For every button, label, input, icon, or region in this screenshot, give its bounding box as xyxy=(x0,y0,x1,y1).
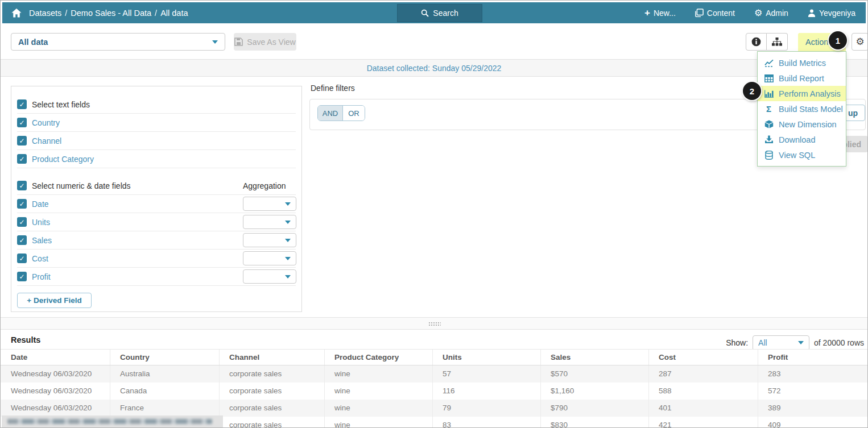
units-field-link[interactable]: Units xyxy=(32,218,50,227)
panel-splitter[interactable] xyxy=(1,317,867,330)
sales-checkbox[interactable] xyxy=(17,235,27,245)
table-row: Wednesday 06/03/2020 Australia corporate… xyxy=(1,365,868,383)
settings-button[interactable]: ⚙ xyxy=(852,33,868,51)
menu-item-download[interactable]: Download xyxy=(758,132,846,147)
breadcrumb-datasets[interactable]: Datasets xyxy=(29,9,61,18)
chevron-down-icon xyxy=(285,221,291,224)
column-header-channel[interactable]: Channel xyxy=(220,350,325,365)
aggregation-select-profit[interactable] xyxy=(243,269,296,284)
cell-date: Wednesday 06/03/2020 xyxy=(1,400,110,417)
cell-product-category: wine xyxy=(325,383,433,400)
search-button[interactable]: Search xyxy=(397,4,482,22)
blurred-url-text xyxy=(7,419,212,424)
cell-cost: 401 xyxy=(649,400,758,417)
and-toggle[interactable]: AND xyxy=(318,106,342,120)
home-button[interactable] xyxy=(2,9,29,18)
cell-sales: $570 xyxy=(541,365,649,383)
country-checkbox[interactable] xyxy=(17,118,27,127)
select-all-numeric-fields-checkbox[interactable] xyxy=(17,181,27,190)
cell-product-category: wine xyxy=(325,365,433,383)
menu-item-build-stats-model[interactable]: Σ Build Stats Model xyxy=(758,101,846,117)
aggregation-select-cost[interactable] xyxy=(243,251,296,265)
cell-product-category: wine xyxy=(325,400,433,417)
splitter-drag-handle-icon[interactable] xyxy=(428,322,441,326)
menu-item-build-metrics[interactable]: Build Metrics xyxy=(758,55,846,70)
cell-profit: 572 xyxy=(758,383,868,400)
cell-channel: corporate sales xyxy=(220,400,325,417)
cell-sales: $1,160 xyxy=(541,383,649,400)
country-field-link[interactable]: Country xyxy=(32,118,60,127)
chevron-down-icon xyxy=(285,202,291,206)
aggregation-select-date[interactable] xyxy=(243,197,296,211)
user-menu[interactable]: Yevgeniya xyxy=(808,9,855,18)
lineage-button[interactable] xyxy=(767,33,788,51)
or-toggle[interactable]: OR xyxy=(342,106,365,120)
cell-profit: 409 xyxy=(758,417,868,428)
admin-menu[interactable]: ⚙ Admin xyxy=(754,9,788,18)
column-header-product-category[interactable]: Product Category xyxy=(325,350,433,365)
cost-field-link[interactable]: Cost xyxy=(32,254,48,263)
select-all-text-fields-checkbox[interactable] xyxy=(17,99,27,109)
column-header-profit[interactable]: Profit xyxy=(758,350,868,365)
annotation-step-1: 1 xyxy=(829,31,847,49)
navbar-right-menu: + New... Content ⚙ Admin Yevgeniya xyxy=(644,9,866,18)
cell-sales: $790 xyxy=(541,400,649,417)
plus-icon: + xyxy=(644,9,650,17)
derived-field-button[interactable]: + Derived Field xyxy=(17,293,92,308)
profit-field-link[interactable]: Profit xyxy=(32,272,51,281)
menu-item-perform-analysis[interactable]: Perform Analysis xyxy=(758,86,846,101)
home-icon xyxy=(11,9,22,18)
search-icon xyxy=(421,9,429,17)
cell-sales: $830 xyxy=(541,417,649,428)
date-checkbox[interactable] xyxy=(17,199,27,209)
cell-channel: corporate sales xyxy=(220,365,325,383)
define-filters-title: Define filters xyxy=(311,84,355,93)
cell-profit: 389 xyxy=(758,400,868,417)
dataset-collected-text: Dataset collected: Sunday 05/29/2022 xyxy=(367,64,502,73)
info-circle-icon xyxy=(751,37,761,47)
info-button[interactable] xyxy=(746,33,767,51)
new-label: New... xyxy=(654,9,676,18)
product-category-checkbox[interactable] xyxy=(17,154,27,164)
chevron-down-icon xyxy=(285,239,291,242)
column-header-sales[interactable]: Sales xyxy=(541,350,649,365)
cost-checkbox[interactable] xyxy=(17,254,27,263)
cell-units: 83 xyxy=(433,417,541,428)
menu-item-new-dimension[interactable]: New Dimension xyxy=(758,117,846,132)
cell-country: Australia xyxy=(110,365,220,383)
menu-item-view-sql[interactable]: View SQL xyxy=(758,147,846,163)
content-menu[interactable]: Content xyxy=(695,9,735,18)
channel-checkbox[interactable] xyxy=(17,136,27,146)
chevron-down-icon xyxy=(798,341,804,344)
text-fields-header-row: Select text fields xyxy=(17,95,296,114)
dataset-view-select[interactable]: All data xyxy=(11,33,225,51)
breadcrumb-view-name[interactable]: All data xyxy=(160,9,188,18)
channel-field-link[interactable]: Channel xyxy=(32,136,61,146)
new-menu[interactable]: + New... xyxy=(644,9,676,18)
column-header-country[interactable]: Country xyxy=(110,350,220,365)
cell-units: 79 xyxy=(433,400,541,417)
menu-item-build-report[interactable]: Build Report xyxy=(758,70,846,86)
units-checkbox[interactable] xyxy=(17,217,27,227)
chevron-down-icon xyxy=(285,275,291,279)
aggregation-select-units[interactable] xyxy=(243,215,296,229)
product-category-field-link[interactable]: Product Category xyxy=(32,155,94,164)
save-as-view-button[interactable]: Save As View xyxy=(234,33,296,51)
menu-label: Perform Analysis xyxy=(779,89,841,98)
show-rows-select[interactable]: All xyxy=(753,335,809,351)
column-header-units[interactable]: Units xyxy=(433,350,541,365)
gear-icon: ⚙ xyxy=(855,36,864,48)
column-header-cost[interactable]: Cost xyxy=(649,350,758,365)
date-field-link[interactable]: Date xyxy=(32,200,49,209)
aggregation-header: Aggregation xyxy=(243,181,286,190)
show-rows-value: All xyxy=(758,338,798,347)
sales-field-link[interactable]: Sales xyxy=(32,236,52,245)
profit-checkbox[interactable] xyxy=(17,272,27,281)
field-row-country: Country xyxy=(17,114,296,132)
table-row: Wednesday 06/03/2020 France corporate sa… xyxy=(1,400,868,417)
derived-field-label: + Derived Field xyxy=(27,296,81,305)
column-header-date[interactable]: Date xyxy=(1,350,110,365)
fields-panel: Select text fields Country Channel Produ… xyxy=(11,86,302,312)
breadcrumb-dataset-name[interactable]: Demo Sales - All Data xyxy=(71,9,151,18)
aggregation-select-sales[interactable] xyxy=(243,233,296,247)
